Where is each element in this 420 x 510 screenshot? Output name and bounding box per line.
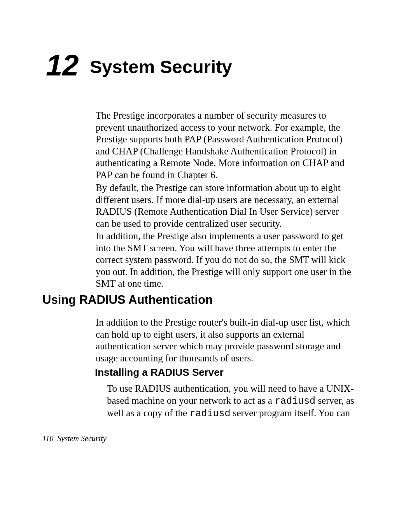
chapter-heading: 12 System Security xyxy=(46,51,357,80)
chapter-title: System Security xyxy=(90,58,232,76)
chapter-number: 12 xyxy=(46,51,79,80)
subsection-heading-installing-radius: Installing a RADIUS Server xyxy=(95,366,224,379)
intro-paragraph-3: In addition, the Prestige also implement… xyxy=(96,230,355,290)
intro-paragraph-2: By default, the Prestige can store infor… xyxy=(96,182,355,230)
footer-running-title: System Security xyxy=(58,434,107,443)
section-heading-radius-auth: Using RADIUS Authentication xyxy=(42,293,213,307)
code-radiusd-2: radiusd xyxy=(189,408,230,419)
page-footer: 110 System Security xyxy=(42,434,107,443)
intro-paragraph-1: The Prestige incorporates a number of se… xyxy=(96,110,355,181)
footer-page-number: 110 xyxy=(42,434,54,443)
radius-paragraph-1: In addition to the Prestige router's bui… xyxy=(96,317,355,364)
code-radiusd-1: radiusd xyxy=(275,396,315,407)
radius-install-paragraph: To use RADIUS authentication, you will n… xyxy=(107,383,355,420)
text-segment: server program itself. You can xyxy=(230,408,350,418)
page: 12 System Security The Prestige incorpor… xyxy=(0,0,420,510)
